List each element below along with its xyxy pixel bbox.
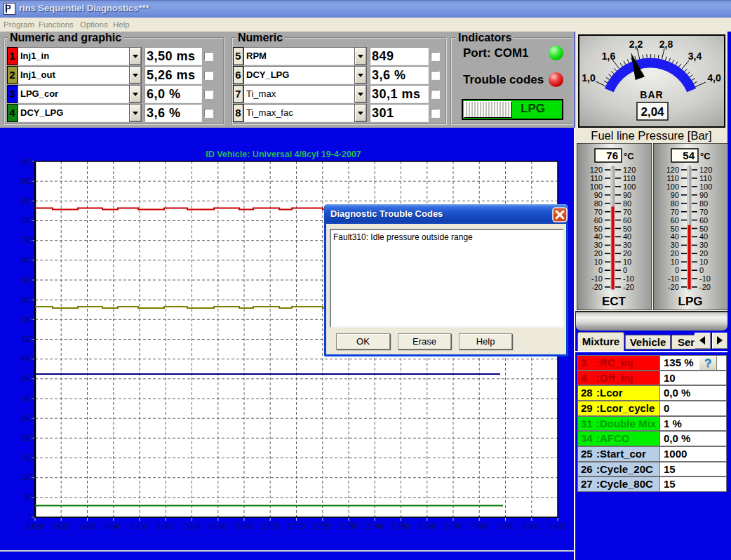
svg-text:50: 50 (623, 225, 631, 233)
svg-text:2.730: 2.730 (340, 523, 357, 531)
svg-text:80: 80 (671, 199, 679, 208)
svg-text:500: 500 (21, 316, 33, 324)
svg-text:200: 200 (21, 434, 33, 442)
svg-text:2.770: 2.770 (444, 523, 462, 531)
svg-text:120: 120 (666, 166, 679, 174)
svg-text:450: 450 (21, 335, 33, 343)
svg-text:150: 150 (21, 454, 33, 462)
svg-text:1,0: 1,0 (582, 72, 596, 84)
svg-text:ID Vehicle: Universal 4/8cyl 1: ID Vehicle: Universal 4/8cyl 19-4-2007 (206, 149, 361, 159)
svg-text:250: 250 (21, 415, 33, 422)
svg-text:70: 70 (671, 208, 679, 216)
svg-text:2.640: 2.640 (105, 523, 122, 531)
svg-text:60: 60 (594, 216, 603, 225)
svg-text:60: 60 (699, 216, 708, 225)
svg-text:80: 80 (699, 199, 708, 208)
svg-text:2.690: 2.690 (235, 523, 253, 531)
svg-text:54: 54 (683, 149, 695, 161)
svg-text:40: 40 (699, 232, 708, 241)
svg-text:30: 30 (671, 241, 679, 249)
svg-text:110: 110 (623, 174, 636, 182)
svg-text:2.610: 2.610 (26, 523, 43, 531)
svg-text:-10: -10 (699, 274, 711, 283)
svg-text:120: 120 (590, 166, 603, 174)
svg-text:110: 110 (699, 174, 712, 182)
svg-text:2.700: 2.700 (262, 523, 279, 531)
svg-text:40: 40 (671, 232, 679, 241)
svg-text:°C: °C (624, 151, 634, 161)
svg-text:30: 30 (699, 241, 708, 249)
svg-text:LPG: LPG (678, 295, 703, 308)
svg-text:550: 550 (21, 296, 33, 304)
svg-text:10: 10 (699, 258, 708, 266)
svg-text:°C: °C (700, 151, 711, 161)
svg-text:10: 10 (594, 258, 603, 266)
svg-text:400: 400 (21, 355, 33, 363)
svg-text:20: 20 (699, 249, 708, 258)
svg-text:30: 30 (594, 241, 603, 249)
svg-text:70: 70 (699, 208, 708, 216)
svg-text:70: 70 (594, 208, 603, 216)
svg-text:70: 70 (623, 208, 631, 216)
svg-text:2.620: 2.620 (53, 523, 70, 531)
svg-text:ECT: ECT (602, 295, 626, 308)
svg-text:2.750: 2.750 (392, 523, 410, 531)
svg-text:2.630: 2.630 (79, 523, 96, 531)
svg-text:50: 50 (671, 225, 679, 233)
svg-text:10: 10 (623, 258, 631, 266)
svg-text:20: 20 (594, 249, 603, 258)
svg-text:BAR: BAR (640, 89, 663, 100)
svg-text:1,6: 1,6 (602, 51, 616, 62)
svg-text:100: 100 (21, 474, 33, 481)
svg-text:350: 350 (21, 375, 33, 382)
svg-text:100: 100 (699, 182, 712, 191)
svg-text:-10: -10 (591, 274, 603, 283)
svg-text:-20: -20 (699, 283, 711, 291)
svg-text:110: 110 (666, 174, 679, 182)
svg-text:2.800: 2.800 (523, 523, 540, 531)
svg-text:-20: -20 (668, 283, 679, 291)
svg-text:40: 40 (594, 232, 603, 241)
svg-text:30: 30 (623, 241, 631, 249)
svg-text:3,4: 3,4 (688, 51, 702, 62)
svg-text:2,04: 2,04 (641, 105, 664, 119)
svg-text:100: 100 (666, 182, 679, 191)
svg-text:4,0: 4,0 (707, 72, 721, 84)
svg-text:2.790: 2.790 (497, 523, 514, 531)
svg-text:-10: -10 (623, 274, 634, 283)
svg-text:100: 100 (590, 182, 603, 191)
svg-text:50: 50 (594, 225, 603, 233)
svg-text:90: 90 (594, 191, 603, 199)
svg-text:-10: -10 (668, 274, 679, 283)
svg-text:600: 600 (21, 276, 33, 284)
svg-text:2.780: 2.780 (471, 523, 488, 531)
svg-text:700: 700 (21, 236, 33, 244)
svg-text:20: 20 (671, 249, 679, 258)
svg-text:50: 50 (25, 493, 34, 501)
svg-text:120: 120 (623, 166, 636, 174)
svg-text:650: 650 (21, 256, 33, 264)
svg-text:2.710: 2.710 (288, 523, 305, 531)
svg-text:300: 300 (21, 395, 33, 403)
svg-text:90: 90 (699, 191, 708, 199)
svg-text:2.670: 2.670 (183, 523, 201, 531)
svg-text:10: 10 (671, 258, 679, 266)
svg-text:100: 100 (623, 182, 636, 191)
svg-text:0: 0 (598, 266, 603, 274)
svg-text:800: 800 (21, 197, 33, 205)
svg-text:0: 0 (29, 514, 33, 521)
svg-text:-20: -20 (591, 283, 603, 291)
svg-text:2,2: 2,2 (629, 39, 643, 50)
svg-text:-20: -20 (623, 283, 634, 291)
svg-text:0: 0 (699, 266, 704, 274)
svg-text:2.720: 2.720 (314, 523, 331, 531)
svg-text:120: 120 (699, 166, 712, 174)
svg-text:76: 76 (606, 149, 618, 161)
svg-text:0: 0 (675, 266, 679, 274)
svg-text:2.660: 2.660 (157, 523, 175, 531)
svg-text:20: 20 (623, 249, 631, 258)
svg-text:90: 90 (623, 191, 631, 199)
svg-text:90: 90 (671, 191, 679, 199)
svg-text:2.760: 2.760 (418, 523, 436, 531)
svg-text:60: 60 (623, 216, 631, 225)
